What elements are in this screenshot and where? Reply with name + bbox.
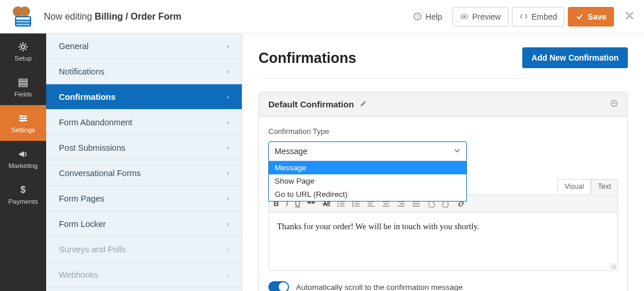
confirmation-panel: Default Confirmation Confirmation Type M… [259,92,628,291]
svg-point-25 [338,206,339,207]
resize-grip[interactable] [611,263,616,269]
eye-icon [460,12,469,21]
option-show-page[interactable]: Show Page [269,174,466,188]
close-button[interactable] [624,9,635,24]
chevron-right-icon: › [227,195,229,203]
auto-scroll-label: Automatically scroll to the confirmation… [296,283,463,292]
chevron-right-icon: › [227,42,229,50]
svg-point-16 [21,120,24,122]
embed-button[interactable]: Embed [512,7,564,27]
editing-prefix: Now editing [44,12,95,21]
chevron-down-icon [454,147,460,156]
subnav-surveys-polls[interactable]: Surveys and Polls› [46,237,242,262]
panel-title: Default Confirmation [268,99,354,109]
option-go-to-url[interactable]: Go to URL (Redirect) [269,188,466,201]
editor-textarea[interactable]: Thanks for your order! We will be in tou… [269,212,617,270]
chevron-right-icon: › [227,245,229,253]
top-bar: Now editing Billing / Order Form ? Help … [0,0,644,33]
select-display[interactable]: Message [268,141,467,161]
confirmation-type-label: Confirmation Type [268,127,618,136]
svg-point-18 [611,100,617,106]
nav-setup[interactable]: Setup [0,33,46,69]
option-message[interactable]: Message [269,161,466,174]
svg-point-1 [20,6,30,17]
svg-text:$: $ [21,185,26,195]
main-header: Confirmations Add New Confirmation [259,47,628,79]
chevron-right-icon: › [227,169,229,177]
preview-button[interactable]: Preview [452,7,508,27]
svg-rect-4 [16,21,30,23]
message-editor: Visual Text B I U ❝❝ AB 123 [268,195,618,271]
svg-rect-5 [16,24,30,25]
main-content: Confirmations Add New Confirmation Defau… [242,33,644,291]
form-name: Billing / Order Form [95,12,181,21]
subnav-confirmations[interactable]: Confirmations› [46,84,242,110]
svg-point-15 [24,117,26,120]
subnav-form-pages[interactable]: Form Pages› [46,186,242,211]
subnav-webhooks[interactable]: Webhooks› [46,262,242,288]
dollar-icon: $ [17,184,29,196]
subnav-notifications[interactable]: Notifications› [46,59,242,84]
svg-rect-11 [19,79,27,81]
nav-settings[interactable]: Settings [0,105,46,141]
fields-icon [17,77,29,88]
page-title: Confirmations [259,50,356,66]
svg-point-9 [463,16,466,18]
nav-payments[interactable]: $ Payments [0,177,46,212]
editor-tabs: Visual Text [557,179,618,193]
svg-rect-3 [16,17,30,20]
chevron-right-icon: › [227,271,229,279]
svg-rect-13 [19,85,27,87]
auto-scroll-toggle[interactable] [268,281,289,291]
svg-point-14 [20,115,23,117]
nav-marketing[interactable]: Marketing [0,141,46,177]
chevron-right-icon: › [227,144,229,152]
svg-point-10 [21,45,25,48]
chevron-right-icon: › [227,68,229,76]
add-confirmation-button[interactable]: Add New Confirmation [522,47,628,68]
gear-icon [17,41,29,53]
code-icon [519,12,528,21]
megaphone-icon [17,148,29,160]
subnav-general[interactable]: General› [46,33,242,59]
settings-subnav: General› Notifications› Confirmations› F… [46,33,242,291]
help-icon: ? [413,12,422,21]
subnav-form-abandonment[interactable]: Form Abandonment› [46,110,242,135]
left-nav: Setup Fields Settings Marketing $ Paymen… [0,33,46,291]
select-dropdown: Message Show Page Go to URL (Redirect) [268,161,467,202]
chevron-right-icon: › [227,118,229,126]
collapse-icon[interactable] [610,99,618,110]
subnav-conversational-forms[interactable]: Conversational Forms› [46,161,242,186]
subnav-form-locker[interactable]: Form Locker› [46,211,242,237]
subnav-post-submissions[interactable]: Post Submissions› [46,135,242,161]
svg-rect-12 [19,82,27,84]
help-button[interactable]: ? Help [406,7,449,27]
editing-label: Now editing Billing / Order Form [44,12,181,22]
panel-header[interactable]: Default Confirmation [259,92,627,117]
pencil-icon[interactable] [360,99,367,110]
nav-fields[interactable]: Fields [0,69,46,105]
svg-point-23 [338,203,339,204]
svg-text:?: ? [417,13,420,19]
save-button[interactable]: Save [568,7,614,27]
check-icon [575,12,584,21]
auto-scroll-row: Automatically scroll to the confirmation… [268,281,618,291]
sliders-icon [17,113,29,124]
app-logo [9,5,33,29]
tab-visual[interactable]: Visual [557,179,591,193]
svg-text:3: 3 [352,204,354,208]
chevron-right-icon: › [227,220,229,228]
tab-text[interactable]: Text [591,179,618,193]
confirmation-type-select[interactable]: Message Message Show Page Go to URL (Red… [268,141,467,161]
chevron-right-icon: › [227,93,229,101]
